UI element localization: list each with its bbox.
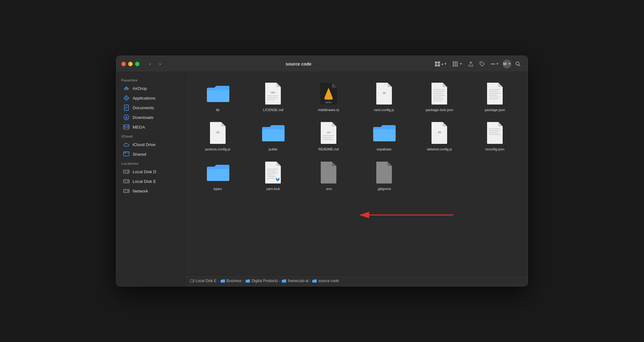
disk-e-icon <box>123 178 129 184</box>
sidebar-item-local-disk-d[interactable]: Local Disk D <box>118 167 183 176</box>
grid-view-button[interactable]: ▲▼ <box>433 60 449 68</box>
svg-rect-12 <box>456 65 458 66</box>
breadcrumb-sep-1: › <box>218 279 219 283</box>
file-name-public: public <box>269 147 278 151</box>
breadcrumb-folder-icon-1 <box>220 279 225 283</box>
sidebar-item-mega[interactable]: MEGA <box>118 122 183 132</box>
file-item-packagejson[interactable]: package.json <box>468 78 521 115</box>
documents-icon <box>123 105 129 111</box>
breadcrumb-source-code[interactable]: source code <box>312 279 339 283</box>
breadcrumb-label-source-code: source code <box>318 279 339 283</box>
file-item-supabase[interactable]: supabase <box>358 118 411 154</box>
more-button[interactable]: ••• ▼ <box>489 60 501 68</box>
file-item-public[interactable]: public <box>247 118 300 154</box>
minimize-button[interactable] <box>128 62 133 66</box>
titlebar: ‹ › source code ▲▼ <box>116 56 528 72</box>
shared-icon <box>123 151 129 157</box>
sidebar-item-local-disk-e[interactable]: Local Disk E <box>118 177 183 186</box>
file-name-lib: lib <box>216 108 219 112</box>
js-icon-nextconfig: JS <box>372 81 397 106</box>
sidebar-item-icloud-drive[interactable]: iCloud Drive <box>118 140 183 149</box>
sidebar-item-shared[interactable]: Shared <box>118 149 183 159</box>
forward-button[interactable]: › <box>156 60 164 68</box>
network-icon <box>123 188 129 194</box>
sidebar-item-documents[interactable]: Documents <box>118 103 183 112</box>
svg-rect-1 <box>438 61 440 64</box>
file-item-readme[interactable]: .MD README.md <box>302 118 355 154</box>
airdrop-icon <box>123 85 129 91</box>
file-item-nextconfig[interactable]: JS next.config.js <box>358 78 411 115</box>
sidebar-item-downloads[interactable]: Downloads <box>118 113 183 122</box>
sidebar-item-applications[interactable]: Applications <box>118 93 183 103</box>
gray-icon-env <box>316 160 341 185</box>
file-name-packagelock: package-lock.json <box>426 108 453 112</box>
svg-rect-5 <box>453 63 454 65</box>
applications-icon <box>123 95 129 101</box>
profile-button[interactable]: M ▼ <box>503 60 511 68</box>
breadcrumb-label-local-disk-e: Local Disk E <box>196 279 217 283</box>
more-dots-icon: ••• <box>490 61 495 66</box>
file-name-middleware: middleware.ts <box>318 108 339 112</box>
svg-rect-28 <box>124 152 126 153</box>
list-view-button[interactable]: ▼ <box>451 60 464 68</box>
share-button[interactable] <box>466 59 476 69</box>
traffic-lights <box>121 62 139 66</box>
profile-initial: M <box>503 61 507 66</box>
more-dropdown-arrow: ▼ <box>496 62 499 66</box>
svg-text:MD: MD <box>271 91 275 94</box>
breadcrumb-framecast-ai[interactable]: framecast-ai <box>281 279 308 283</box>
mpeg-icon-middleware: MPEG <box>316 81 341 106</box>
finder-window: ‹ › source code ▲▼ <box>116 56 528 286</box>
icloud-drive-label: iCloud Drive <box>133 142 156 147</box>
breadcrumb-label-digital-products: Digital Products <box>251 279 278 283</box>
svg-point-30 <box>127 171 129 172</box>
svg-rect-10 <box>456 61 458 63</box>
sidebar-item-airdrop[interactable]: AirDrop <box>118 84 183 93</box>
tag-button[interactable] <box>477 59 487 69</box>
breadcrumb-label-framecast-ai: framecast-ai <box>288 279 308 283</box>
svg-rect-11 <box>456 63 458 65</box>
file-name-packagejson: package.json <box>485 108 505 112</box>
file-item-packagelock[interactable]: package-lock.json <box>413 78 466 115</box>
breadcrumb-folder-icon-4 <box>312 279 317 283</box>
breadcrumb-digital-products[interactable]: Digital Products <box>245 279 278 283</box>
file-item-yarnlock[interactable]: yarn.lock <box>247 157 300 193</box>
breadcrumb-sep-2: › <box>243 279 244 283</box>
breadcrumb-local-disk-e[interactable]: Local Disk E <box>190 279 217 283</box>
back-button[interactable]: ‹ <box>146 60 154 68</box>
svg-point-14 <box>516 62 519 65</box>
search-button[interactable] <box>513 59 523 69</box>
file-item-env[interactable]: .env <box>302 157 355 193</box>
window-title: source code <box>164 61 433 66</box>
file-grid-container[interactable]: lib MD <box>185 72 528 275</box>
breadcrumb-business[interactable]: Business <box>220 279 242 283</box>
vscode-icon-yarnlock <box>261 160 285 185</box>
file-item-types[interactable]: types <box>191 157 244 193</box>
file-item-middleware[interactable]: MPEG middleware.ts <box>302 78 355 115</box>
breadcrumb-sep-3: › <box>279 279 280 283</box>
folder-icon-supabase <box>372 120 397 145</box>
svg-point-33 <box>127 181 129 182</box>
icloud-icon <box>123 141 129 148</box>
svg-rect-2 <box>435 64 437 66</box>
file-item-license[interactable]: MD LICENSE.md <box>247 78 300 115</box>
file-item-lib[interactable]: lib <box>191 78 244 115</box>
documents-label: Documents <box>133 105 154 110</box>
file-item-postcss[interactable]: JS postcss.config.js <box>191 118 244 154</box>
file-name-supabase: supabase <box>377 147 392 151</box>
folder-icon-public <box>261 120 285 145</box>
locations-section-label: Locations <box>116 159 185 167</box>
svg-rect-7 <box>455 61 456 63</box>
js-icon-tailwind: JS <box>427 120 452 145</box>
file-item-tailwind[interactable]: JS tailwind.config.js <box>413 118 466 154</box>
navigation-buttons: ‹ › <box>146 60 164 68</box>
local-disk-e-label: Local Disk E <box>133 179 156 184</box>
file-item-gitignore[interactable]: .gitignore <box>358 157 411 193</box>
file-item-tsconfig[interactable]: tsconfig.json <box>468 118 521 154</box>
breadcrumb-bar: Local Disk E › Business › Digital Produc… <box>185 275 528 286</box>
applications-label: Applications <box>133 96 155 100</box>
favorites-section-label: Favorites <box>116 76 185 83</box>
sidebar-item-network[interactable]: Network <box>118 186 183 196</box>
close-button[interactable] <box>121 62 126 66</box>
maximize-button[interactable] <box>135 62 139 66</box>
